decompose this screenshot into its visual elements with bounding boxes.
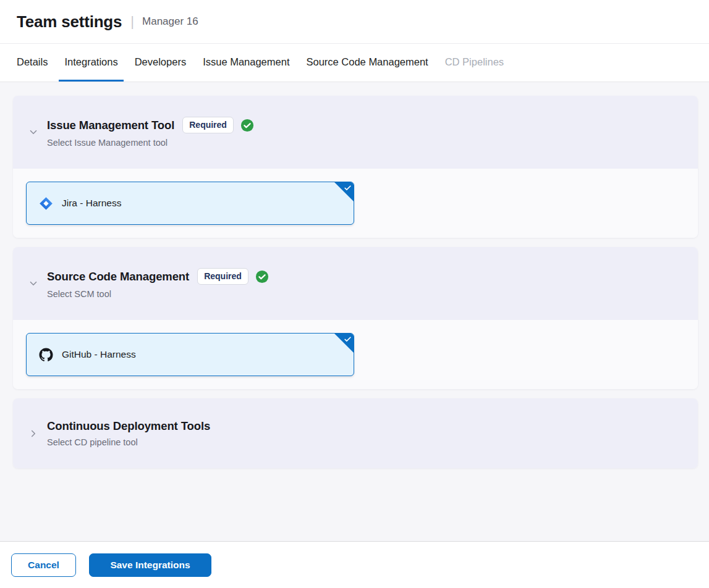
save-integrations-button[interactable]: Save Integrations xyxy=(89,553,211,577)
section-heading-block: Issue Management Tool Required Select Is… xyxy=(47,117,254,148)
page-title: Team settings xyxy=(17,12,122,32)
tab-developers[interactable]: Developers xyxy=(129,44,192,82)
team-name-label: Manager 16 xyxy=(142,15,198,28)
required-badge: Required xyxy=(182,117,234,133)
footer-action-bar: Cancel Save Integrations xyxy=(0,541,709,588)
check-circle-icon xyxy=(240,119,254,132)
jira-icon xyxy=(39,196,53,211)
tool-card-label: Jira - Harness xyxy=(62,198,121,209)
section-cd-header[interactable]: Continuous Deployment Tools Select CD pi… xyxy=(13,398,698,468)
tab-source-code-management[interactable]: Source Code Management xyxy=(300,44,433,82)
title-separator: | xyxy=(130,14,134,30)
check-circle-icon xyxy=(255,270,269,284)
tab-issue-management[interactable]: Issue Management xyxy=(197,44,295,82)
tool-card-label: GitHub - Harness xyxy=(62,349,136,360)
tab-bar: Details Integrations Developers Issue Ma… xyxy=(0,44,709,82)
section-continuous-deployment-tools: Continuous Deployment Tools Select CD pi… xyxy=(13,398,698,468)
section-subtitle: Select SCM tool xyxy=(47,289,269,299)
chevron-down-icon[interactable] xyxy=(27,125,40,139)
github-icon xyxy=(39,348,53,362)
tab-integrations[interactable]: Integrations xyxy=(59,44,123,82)
selected-check-icon xyxy=(344,184,352,192)
section-heading-block: Continuous Deployment Tools Select CD pi… xyxy=(47,419,210,447)
section-subtitle: Select CD pipeline tool xyxy=(47,437,210,447)
tab-cd-pipelines: CD Pipelines xyxy=(439,44,509,82)
section-scm-header[interactable]: Source Code Management Required Select S… xyxy=(13,247,698,320)
page-header: Team settings | Manager 16 xyxy=(0,0,709,44)
selected-check-icon xyxy=(344,335,352,343)
section-issue-management-tool: Issue Management Tool Required Select Is… xyxy=(13,96,698,238)
chevron-right-icon[interactable] xyxy=(27,427,40,440)
section-subtitle: Select Issue Management tool xyxy=(47,138,254,148)
section-issue-management-header[interactable]: Issue Management Tool Required Select Is… xyxy=(13,96,698,169)
tab-details[interactable]: Details xyxy=(11,44,53,82)
section-title: Issue Management Tool xyxy=(47,119,174,132)
integrations-content: Issue Management Tool Required Select Is… xyxy=(0,82,709,541)
cancel-button[interactable]: Cancel xyxy=(11,553,76,577)
tool-card-github-harness[interactable]: GitHub - Harness xyxy=(26,333,354,376)
tool-card-jira-harness[interactable]: Jira - Harness xyxy=(26,182,354,225)
section-title: Continuous Deployment Tools xyxy=(47,419,210,433)
chevron-down-icon[interactable] xyxy=(27,277,40,290)
section-scm-body: GitHub - Harness xyxy=(13,320,698,389)
section-title: Source Code Management xyxy=(47,270,189,284)
required-badge: Required xyxy=(197,268,248,285)
section-source-code-management: Source Code Management Required Select S… xyxy=(13,247,698,389)
section-heading-block: Source Code Management Required Select S… xyxy=(47,268,269,299)
section-issue-management-body: Jira - Harness xyxy=(13,169,698,238)
